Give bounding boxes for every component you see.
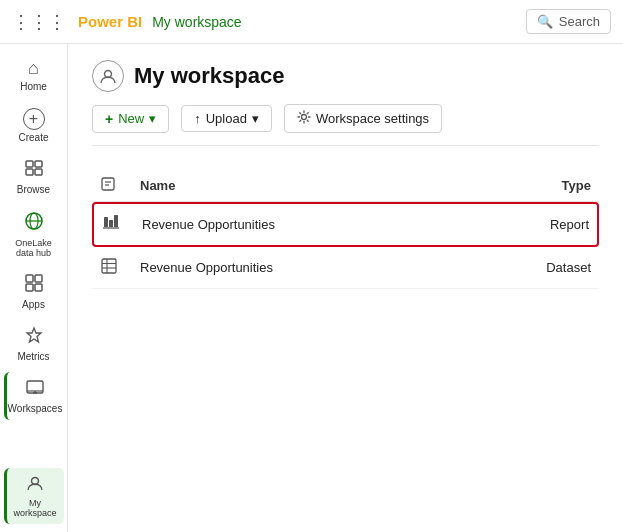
sidebar-item-onelake-label: OneLakedata hub: [15, 238, 52, 258]
row-type: Report: [489, 217, 589, 232]
page-title-row: My workspace: [92, 60, 599, 92]
page-header: My workspace + New ▾ ↑ Upload ▾: [68, 44, 623, 158]
name-column-header: Name: [140, 178, 491, 193]
onelake-icon: [24, 211, 44, 236]
svg-rect-8: [35, 275, 42, 282]
svg-rect-21: [104, 217, 108, 227]
row-name: Revenue Opportunities: [140, 260, 491, 275]
sidebar-item-create-label: Create: [18, 132, 48, 143]
sidebar-item-home-label: Home: [20, 81, 47, 92]
apps-icon: [25, 274, 43, 297]
sidebar-item-browse[interactable]: Browse: [4, 153, 64, 201]
svg-rect-25: [102, 259, 116, 273]
svg-rect-7: [26, 275, 33, 282]
new-button[interactable]: + New ▾: [92, 105, 169, 133]
sidebar-item-my-workspace[interactable]: Myworkspace: [4, 468, 64, 524]
upload-chevron-icon: ▾: [252, 111, 259, 126]
home-icon: ⌂: [28, 58, 39, 79]
main-layout: ⌂ Home + Create Browse OneLakedata hub: [0, 44, 623, 532]
create-icon: +: [23, 108, 45, 130]
page-title: My workspace: [134, 63, 284, 89]
svg-rect-23: [114, 215, 118, 227]
gear-icon: [297, 110, 311, 127]
my-workspace-icon: [26, 474, 44, 496]
svg-rect-1: [26, 169, 33, 175]
sidebar-item-browse-label: Browse: [17, 184, 50, 195]
upload-button[interactable]: ↑ Upload ▾: [181, 105, 272, 132]
upload-label: Upload: [206, 111, 247, 126]
svg-rect-18: [102, 178, 114, 190]
sidebar-item-apps[interactable]: Apps: [4, 268, 64, 316]
sidebar-item-my-workspace-label: Myworkspace: [13, 498, 56, 518]
search-icon: 🔍: [537, 14, 553, 29]
svg-rect-3: [35, 169, 42, 175]
table-area: Name Type Revenue Opportunities Report: [68, 158, 623, 532]
sidebar-item-apps-label: Apps: [22, 299, 45, 310]
new-chevron-icon: ▾: [149, 111, 156, 126]
sidebar-item-onelake[interactable]: OneLakedata hub: [4, 205, 64, 264]
new-label: New: [118, 111, 144, 126]
sidebar-item-workspaces-label: Workspaces: [8, 403, 63, 414]
metrics-icon: [25, 326, 43, 349]
icon-column-header: [100, 176, 140, 195]
new-plus-icon: +: [105, 111, 113, 127]
search-button[interactable]: 🔍 Search: [526, 9, 611, 34]
content-area: My workspace + New ▾ ↑ Upload ▾: [68, 44, 623, 532]
sidebar-item-metrics[interactable]: Metrics: [4, 320, 64, 368]
svg-rect-10: [35, 284, 42, 291]
sidebar-item-metrics-label: Metrics: [17, 351, 49, 362]
workspace-icon: [92, 60, 124, 92]
grid-menu-icon[interactable]: ⋮⋮⋮: [12, 11, 66, 33]
svg-rect-22: [109, 220, 113, 227]
type-column-header: Type: [491, 178, 591, 193]
sidebar: ⌂ Home + Create Browse OneLakedata hub: [0, 44, 68, 532]
row-type: Dataset: [491, 260, 591, 275]
app-logo: Power BI: [78, 13, 142, 30]
row-icon: [102, 214, 142, 235]
toolbar: + New ▾ ↑ Upload ▾ Workspa: [92, 104, 599, 146]
sidebar-bottom: Myworkspace: [4, 468, 64, 524]
table-row[interactable]: Revenue Opportunities Report: [92, 202, 599, 247]
workspace-breadcrumb[interactable]: My workspace: [152, 14, 241, 30]
search-label: Search: [559, 14, 600, 29]
svg-rect-0: [26, 161, 33, 167]
svg-rect-9: [26, 284, 33, 291]
row-name: Revenue Opportunities: [142, 217, 489, 232]
upload-icon: ↑: [194, 111, 201, 126]
sidebar-item-home[interactable]: ⌂ Home: [4, 52, 64, 98]
sidebar-item-workspaces[interactable]: Workspaces: [4, 372, 64, 420]
workspaces-icon: [26, 378, 44, 401]
table-header: Name Type: [92, 170, 599, 202]
sidebar-item-create[interactable]: + Create: [4, 102, 64, 149]
workspace-settings-label: Workspace settings: [316, 111, 429, 126]
top-nav: ⋮⋮⋮ Power BI My workspace 🔍 Search: [0, 0, 623, 44]
browse-icon: [25, 159, 43, 182]
table-row[interactable]: Revenue Opportunities Dataset: [92, 247, 599, 289]
row-icon: [100, 257, 140, 278]
svg-point-17: [301, 115, 306, 120]
svg-rect-2: [35, 161, 42, 167]
workspace-settings-button[interactable]: Workspace settings: [284, 104, 442, 133]
